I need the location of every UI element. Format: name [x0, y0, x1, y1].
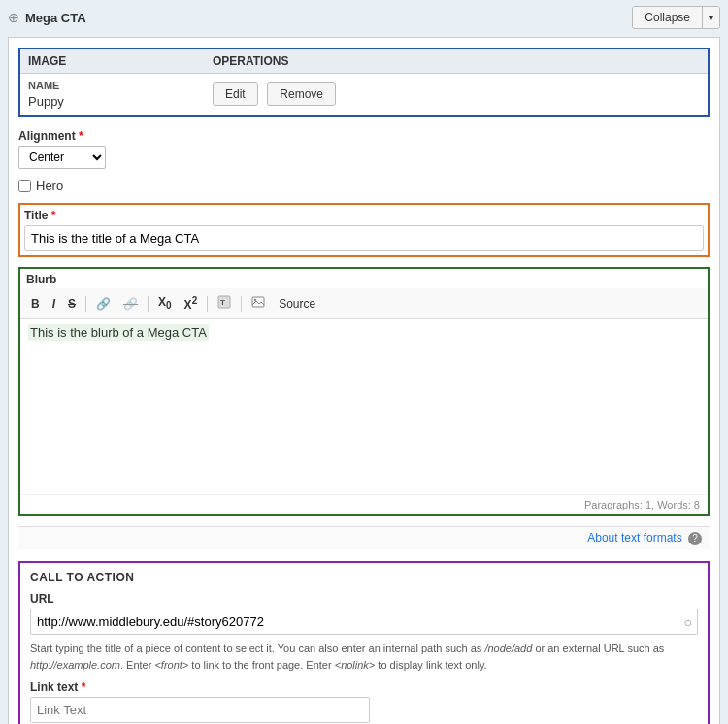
link-text-label: Link text * [30, 680, 698, 694]
collapse-btn-group: Collapse ▾ [632, 6, 720, 29]
image-insert-button[interactable] [247, 292, 270, 314]
link-text-input[interactable] [30, 697, 370, 723]
about-formats-bar: About text formats ? [18, 526, 710, 549]
table-row: NAME Puppy Edit Remove [20, 74, 708, 115]
toolbar-separator-4 [241, 296, 242, 312]
hero-checkbox[interactable] [18, 180, 31, 192]
url-input-wrapper: ○ [30, 609, 698, 635]
word-count: Paragraphs: 1, Words: 8 [20, 494, 708, 514]
link-button[interactable]: 🔗 [91, 294, 116, 313]
form-area: IMAGE OPERATIONS NAME Puppy Edit Remove [8, 37, 720, 724]
blurb-toolbar: B I S 🔗 🔗 X0 X2 T Source [20, 288, 708, 319]
toolbar-separator-1 [85, 296, 86, 312]
about-formats-link[interactable]: About text formats [587, 531, 681, 544]
hero-label[interactable]: Hero [36, 179, 63, 193]
cta-title: CALL TO ACTION [30, 571, 698, 584]
strikethrough-button[interactable]: S [63, 294, 81, 313]
image-name-value: Puppy [28, 94, 197, 109]
url-input[interactable] [30, 609, 698, 635]
image-section: IMAGE OPERATIONS NAME Puppy Edit Remove [18, 48, 710, 117]
alignment-select-wrapper: Center Left Right [18, 146, 710, 169]
subscript-button[interactable]: X0 [153, 292, 177, 313]
link-text-required: * [82, 680, 86, 694]
title-section: Title * [18, 203, 710, 257]
edit-button[interactable]: Edit [213, 82, 258, 106]
blurb-content-area[interactable]: This is the blurb of a Mega CTA [20, 319, 708, 494]
superscript-button[interactable]: X2 [180, 292, 203, 314]
collapse-button[interactable]: Collapse [633, 7, 702, 28]
image-name-cell: NAME Puppy [20, 74, 205, 115]
image-name-label: NAME [28, 80, 197, 91]
alignment-select[interactable]: Center Left Right [18, 146, 106, 169]
image-table: IMAGE OPERATIONS NAME Puppy Edit Remove [20, 49, 708, 115]
source-button[interactable]: Source [273, 294, 321, 313]
title-label: Title * [24, 209, 704, 222]
hero-row: Hero [18, 179, 710, 193]
url-clear-button[interactable]: ○ [684, 614, 692, 630]
widget-title: Mega CTA [25, 11, 86, 25]
ops-col-header: OPERATIONS [205, 49, 708, 74]
alignment-row: Alignment * Center Left Right [18, 129, 710, 169]
blurb-section: Blurb B I S 🔗 🔗 X0 X2 T Source [18, 267, 710, 516]
blurb-label: Blurb [20, 269, 708, 288]
widget-header: ⊕ Mega CTA Collapse ▾ [8, 6, 720, 29]
url-help-text: Start typing the title of a piece of con… [30, 641, 698, 673]
cta-section: CALL TO ACTION URL ○ Start typing the ti… [18, 561, 710, 724]
bold-button[interactable]: B [26, 294, 45, 313]
title-required: * [51, 209, 56, 222]
unlink-button[interactable]: 🔗 [118, 294, 143, 313]
italic-button[interactable]: I [48, 294, 60, 313]
help-icon[interactable]: ? [688, 532, 702, 545]
toolbar-separator-3 [207, 296, 208, 312]
remove-button[interactable]: Remove [267, 82, 336, 106]
url-label: URL [30, 592, 698, 606]
svg-rect-2 [252, 297, 264, 307]
svg-text:T: T [220, 298, 225, 307]
collapse-dropdown-button[interactable]: ▾ [702, 7, 719, 28]
paste-word-button[interactable]: T [213, 292, 236, 314]
alignment-required: * [79, 129, 83, 143]
alignment-label: Alignment * [18, 129, 710, 143]
widget-title-area: ⊕ Mega CTA [8, 10, 86, 25]
title-input[interactable] [24, 225, 704, 251]
image-ops-cell: Edit Remove [205, 74, 708, 115]
drag-handle-icon[interactable]: ⊕ [8, 10, 19, 25]
blurb-text: This is the blurb of a Mega CTA [28, 324, 209, 341]
image-col-header: IMAGE [20, 49, 205, 74]
widget-container: ⊕ Mega CTA Collapse ▾ IMAGE OPERATIONS [0, 0, 728, 724]
toolbar-separator-2 [148, 296, 149, 312]
